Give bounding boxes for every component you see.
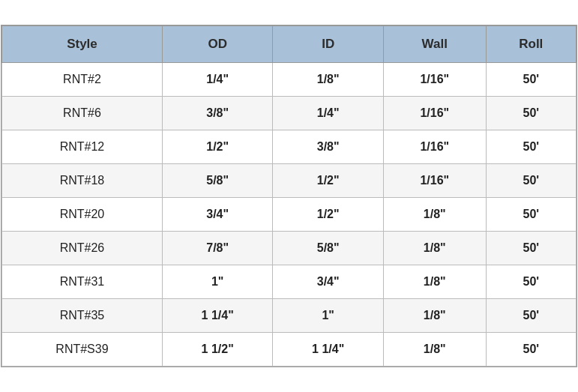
cell-od: 7/8" [162, 232, 273, 265]
cell-od: 1/2" [162, 130, 273, 164]
table-row: RNT#267/8"5/8"1/8"50' [2, 232, 577, 265]
cell-roll: 50' [486, 130, 576, 164]
cell-roll: 50' [486, 198, 576, 232]
cell-od: 3/8" [162, 97, 273, 130]
cell-od: 1 1/2" [162, 333, 273, 367]
cell-od: 1 1/4" [162, 299, 273, 333]
cell-style: RNT#31 [2, 265, 163, 299]
cell-roll: 50' [486, 333, 576, 367]
cell-roll: 50' [486, 63, 576, 97]
cell-id: 1/4" [273, 97, 384, 130]
cell-style: RNT#2 [2, 63, 163, 97]
table-row: RNT#351 1/4"1"1/8"50' [2, 299, 577, 333]
cell-roll: 50' [486, 232, 576, 265]
cell-style: RNT#12 [2, 130, 163, 164]
col-header-od: OD [162, 26, 273, 63]
cell-style: RNT#18 [2, 164, 163, 198]
cell-wall: 1/8" [383, 299, 486, 333]
table-row: RNT#S391 1/2"1 1/4"1/8"50' [2, 333, 577, 367]
table-row: RNT#121/2"3/8"1/16"50' [2, 130, 577, 164]
col-header-id: ID [273, 26, 384, 63]
cell-wall: 1/16" [383, 130, 486, 164]
cell-roll: 50' [486, 164, 576, 198]
cell-id: 1/2" [273, 164, 384, 198]
cell-roll: 50' [486, 265, 576, 299]
cell-style: RNT#6 [2, 97, 163, 130]
cell-od: 5/8" [162, 164, 273, 198]
table-row: RNT#203/4"1/2"1/8"50' [2, 198, 577, 232]
col-header-style: Style [2, 26, 163, 63]
cell-wall: 1/16" [383, 164, 486, 198]
col-header-wall: Wall [383, 26, 486, 63]
cell-style: RNT#26 [2, 232, 163, 265]
cell-od: 1/4" [162, 63, 273, 97]
cell-id: 3/4" [273, 265, 384, 299]
cell-style: RNT#S39 [2, 333, 163, 367]
cell-style: RNT#20 [2, 198, 163, 232]
cell-id: 5/8" [273, 232, 384, 265]
cell-style: RNT#35 [2, 299, 163, 333]
cell-wall: 1/8" [383, 265, 486, 299]
cell-od: 3/4" [162, 198, 273, 232]
cell-wall: 1/16" [383, 63, 486, 97]
cell-roll: 50' [486, 299, 576, 333]
cell-roll: 50' [486, 97, 576, 130]
cell-id: 1 1/4" [273, 333, 384, 367]
col-header-roll: Roll [486, 26, 576, 63]
table-row: RNT#185/8"1/2"1/16"50' [2, 164, 577, 198]
cell-id: 1" [273, 299, 384, 333]
cell-id: 1/8" [273, 63, 384, 97]
data-table: Style OD ID Wall Roll RNT#21/4"1/8"1/16"… [1, 25, 577, 367]
cell-wall: 1/8" [383, 198, 486, 232]
cell-id: 1/2" [273, 198, 384, 232]
cell-wall: 1/8" [383, 333, 486, 367]
table-row: RNT#311"3/4"1/8"50' [2, 265, 577, 299]
cell-od: 1" [162, 265, 273, 299]
table-row: RNT#63/8"1/4"1/16"50' [2, 97, 577, 130]
cell-wall: 1/8" [383, 232, 486, 265]
table-row: RNT#21/4"1/8"1/16"50' [2, 63, 577, 97]
cell-wall: 1/16" [383, 97, 486, 130]
table-header-row: Style OD ID Wall Roll [2, 26, 577, 63]
cell-id: 3/8" [273, 130, 384, 164]
